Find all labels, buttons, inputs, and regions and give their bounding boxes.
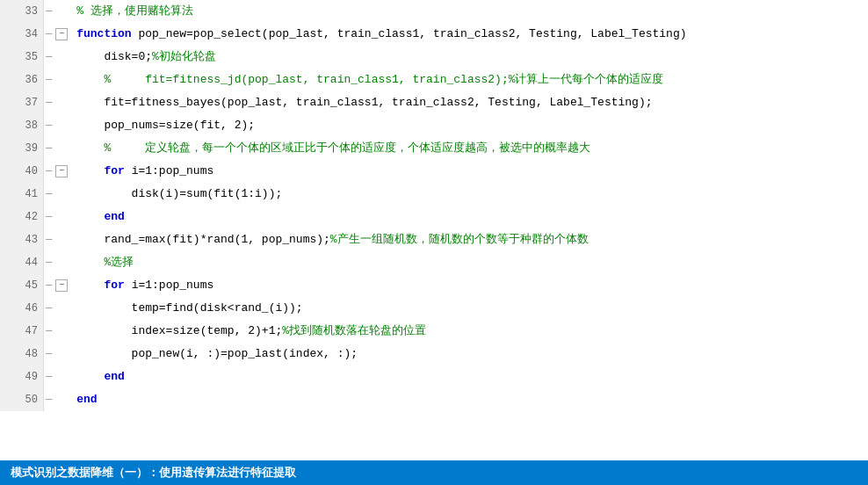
table-row: 41— disk(i)=sum(fit(1:i)); (0, 183, 868, 206)
code-line-content: disk=0;%初始化轮盘 (69, 46, 223, 69)
comment-token: %找到随机数落在轮盘的位置 (282, 322, 426, 341)
code-line-content: index=size(temp, 2)+1;%找到随机数落在轮盘的位置 (69, 320, 433, 343)
table-row: 43— rand_=max(fit)*rand(1, pop_nums);%产生… (0, 228, 868, 251)
code-line-content: function pop_new=pop_select(pop_last, tr… (69, 23, 693, 46)
line-dash: — (44, 322, 54, 341)
line-dash: — (44, 207, 54, 227)
comment-token: %初始化轮盘 (152, 47, 216, 67)
code-line-content: % 定义轮盘，每一个个体的区域正比于个体的适应度，个体适应度越高，被选中的概率越… (69, 137, 597, 160)
line-gutter: 40—− (0, 160, 69, 183)
keyword-token: end (104, 207, 124, 227)
line-gutter: 33— (0, 0, 69, 23)
code-line-content: % 选择，使用赌轮算法 (69, 0, 200, 23)
code-token: temp=find(disk<rand_(i)); (76, 299, 302, 318)
line-number: 41 (0, 183, 44, 206)
table-row: 37— fit=fitness_bayes(pop_last, train_cl… (0, 91, 868, 114)
code-token: pop_new=pop_select(pop_last, train_class… (132, 25, 687, 44)
line-number: 35 (0, 46, 44, 69)
table-row: 48— pop_new(i, :)=pop_last(index, :); (0, 343, 868, 366)
line-gutter: 35— (0, 46, 69, 69)
table-row: 47— index=size(temp, 2)+1;%找到随机数落在轮盘的位置 (0, 320, 868, 343)
code-token (76, 276, 104, 295)
table-row: 38— pop_nums=size(fit, 2); (0, 114, 868, 137)
line-number: 38 (0, 114, 44, 137)
line-number: 42 (0, 206, 44, 228)
comment-token: % 定义轮盘，每一个个体的区域正比于个体的适应度，个体适应度越高，被选中的概率越… (76, 139, 590, 158)
code-container: 33—% 选择，使用赌轮算法34—−function pop_new=pop_s… (0, 0, 868, 460)
line-dash: — (44, 93, 54, 112)
table-row: 49— end (0, 366, 868, 388)
table-row: 36— % fit=fitness_jd(pop_last, train_cla… (0, 69, 868, 91)
code-line-content: end (69, 206, 132, 228)
line-dash: — (44, 162, 54, 181)
line-number: 37 (0, 91, 44, 114)
statusbar-text: 模式识别之数据降维（一）：使用遗传算法进行特征提取 (11, 465, 296, 481)
line-dash: — (44, 276, 54, 295)
code-line-content: pop_new(i, :)=pop_last(index, :); (69, 343, 365, 366)
code-line-content: end (69, 388, 104, 411)
line-dash: — (44, 70, 54, 90)
comment-token: %选择 (76, 253, 134, 272)
code-lines[interactable]: 33—% 选择，使用赌轮算法34—−function pop_new=pop_s… (0, 0, 868, 460)
keyword-token: end (76, 390, 97, 409)
line-gutter: 42— (0, 206, 69, 228)
code-token: index=size(temp, 2)+1; (76, 322, 282, 341)
keyword-token: function (76, 25, 131, 44)
code-line-content: temp=find(disk<rand_(i)); (69, 297, 309, 320)
code-token: pop_nums=size(fit, 2); (76, 116, 255, 135)
line-number: 50 (0, 388, 44, 411)
line-dash: — (44, 390, 54, 409)
fold-button[interactable]: − (55, 279, 68, 292)
line-dash: — (44, 367, 54, 387)
keyword-token: for (104, 162, 124, 181)
line-number: 33 (0, 0, 44, 23)
keyword-token: end (104, 367, 124, 387)
table-row: 50—end (0, 388, 868, 411)
line-dash: — (44, 299, 54, 318)
line-number: 44 (0, 251, 44, 274)
code-token (76, 207, 104, 227)
code-line-content: % fit=fitness_jd(pop_last, train_class1,… (69, 69, 670, 91)
line-gutter: 38— (0, 114, 69, 137)
code-line-content: %选择 (69, 251, 141, 274)
code-line-content: for i=1:pop_nums (69, 160, 221, 183)
line-dash: — (44, 116, 54, 135)
fold-button[interactable]: − (55, 165, 68, 177)
code-line-content: pop_nums=size(fit, 2); (69, 114, 262, 137)
line-number: 45 (0, 274, 44, 297)
line-gutter: 39— (0, 137, 69, 160)
table-row: 39— % 定义轮盘，每一个个体的区域正比于个体的适应度，个体适应度越高，被选中… (0, 137, 868, 160)
line-gutter: 46— (0, 297, 69, 320)
code-token: fit=fitness_bayes(pop_last, train_class1… (76, 93, 652, 112)
line-gutter: 50— (0, 388, 69, 411)
line-number: 39 (0, 137, 44, 160)
table-row: 33—% 选择，使用赌轮算法 (0, 0, 868, 23)
code-token: i=1:pop_nums (125, 276, 213, 295)
line-dash: — (44, 344, 54, 364)
table-row: 44— %选择 (0, 251, 868, 274)
line-number: 46 (0, 297, 44, 320)
table-row: 40—− for i=1:pop_nums (0, 160, 868, 183)
code-line-content: disk(i)=sum(fit(1:i)); (69, 183, 289, 206)
line-dash: — (44, 139, 54, 158)
line-number: 49 (0, 366, 44, 388)
line-dash: — (44, 47, 54, 67)
statusbar: 模式识别之数据降维（一）：使用遗传算法进行特征提取 (0, 460, 868, 485)
line-dash: — (44, 25, 54, 44)
table-row: 46— temp=find(disk<rand_(i)); (0, 297, 868, 320)
comment-token: % 选择，使用赌轮算法 (76, 2, 193, 21)
editor-area: 33—% 选择，使用赌轮算法34—−function pop_new=pop_s… (0, 0, 868, 460)
line-dash: — (44, 253, 54, 272)
fold-button[interactable]: − (55, 28, 68, 40)
line-gutter: 41— (0, 183, 69, 206)
code-token: disk=0; (76, 47, 152, 67)
line-gutter: 48— (0, 343, 69, 366)
code-line-content: end (69, 366, 132, 388)
line-gutter: 37— (0, 91, 69, 114)
line-number: 36 (0, 69, 44, 91)
code-line-content: fit=fitness_bayes(pop_last, train_class1… (69, 91, 659, 114)
line-dash: — (44, 185, 54, 204)
code-token (76, 367, 104, 387)
line-number: 48 (0, 343, 44, 366)
code-token: rand_=max(fit)*rand(1, pop_nums); (76, 230, 330, 250)
